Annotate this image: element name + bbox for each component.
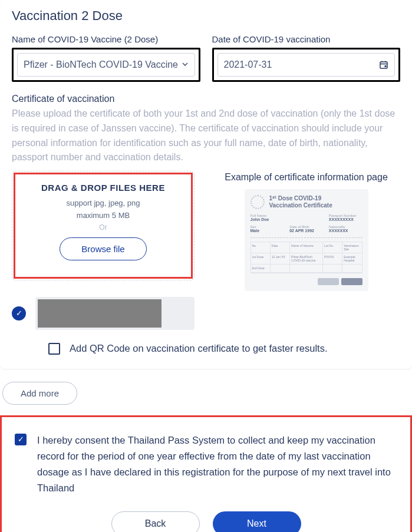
example-info-grid: Full NameJohn Doe Passport NumberXXXXXXX… <box>251 214 362 233</box>
qr-label: Add QR Code on vaccination certificate t… <box>70 343 327 354</box>
back-button[interactable]: Back <box>111 511 200 532</box>
vaccine-date-value: 2021-07-31 <box>224 60 272 70</box>
chevron-down-icon <box>182 60 189 70</box>
seal-icon <box>251 195 265 209</box>
example-button-placeholder <box>318 278 339 285</box>
qr-option-row: Add QR Code on vaccination certificate t… <box>48 343 400 355</box>
vaccine-name-select[interactable]: Pfizer - BioNTech COVID-19 Vaccine <box>17 53 195 77</box>
example-heading-line1: 1ˢᵗ Dose COVID-19 <box>269 195 322 201</box>
vaccine-name-label: Name of COVID-19 Vaccine (2 Dose) <box>12 34 200 44</box>
consent-text: I hereby consent the Thailand Pass Syste… <box>37 432 397 497</box>
upload-formats: support jpg, jpeg, png <box>24 199 183 207</box>
vaccination-dose-card: Vaccination 2 Dose Name of COVID-19 Vacc… <box>0 0 412 369</box>
vaccine-date-input[interactable]: 2021-07-31 <box>217 53 395 77</box>
vaccine-date-highlight: 2021-07-31 <box>212 48 401 82</box>
upload-row: DRAG & DROP FILES HERE support jpg, jpeg… <box>12 171 400 290</box>
certificate-section: Certificate of vaccination Please upload… <box>12 94 400 355</box>
example-certificate-card: 1ˢᵗ Dose COVID-19 Vaccination Certificat… <box>245 189 368 291</box>
vaccine-date-field: Date of COVID-19 vaccination 2021-07-31 <box>212 34 401 82</box>
next-button[interactable]: Next <box>213 511 301 532</box>
qr-checkbox[interactable] <box>48 343 60 355</box>
example-button-placeholder <box>341 278 362 285</box>
example-title: Example of certificate information page <box>212 171 400 184</box>
certificate-desc: Please upload the certificate of both yo… <box>12 107 400 165</box>
certificate-label: Certificate of vaccination <box>12 94 400 104</box>
example-table: No. Date Name of Vaccine Lot No. Vaccina… <box>251 242 362 273</box>
browse-file-button[interactable]: Browse file <box>60 237 146 260</box>
vaccine-name-highlight: Pfizer - BioNTech COVID-19 Vaccine <box>12 48 200 82</box>
consent-row: ✓ I hereby consent the Thailand Pass Sys… <box>15 432 397 497</box>
upload-title: DRAG & DROP FILES HERE <box>24 183 183 193</box>
upload-or: Or <box>24 223 183 232</box>
calendar-icon <box>379 60 388 70</box>
vaccine-name-value: Pfizer - BioNTech COVID-19 Vaccine <box>24 60 178 70</box>
section-title: Vaccination 2 Dose <box>12 8 400 24</box>
consent-checkbox[interactable]: ✓ <box>15 434 27 445</box>
example-heading: 1ˢᵗ Dose COVID-19 Vaccination Certificat… <box>269 195 332 209</box>
nav-buttons-row: Back Next <box>15 511 397 532</box>
example-heading-line2: Vaccination Certificate <box>269 202 332 209</box>
uploaded-thumbnail <box>38 299 161 328</box>
svg-rect-4 <box>385 65 387 67</box>
uploaded-file-row: ✓ <box>12 297 400 330</box>
add-more-button[interactable]: Add more <box>2 382 77 405</box>
uploaded-file-chip[interactable] <box>35 297 195 330</box>
check-circle-icon: ✓ <box>12 306 26 320</box>
vaccine-date-label: Date of COVID-19 vaccination <box>212 34 401 44</box>
upload-dropzone[interactable]: DRAG & DROP FILES HERE support jpg, jpeg… <box>14 173 193 279</box>
upload-max: maximum 5 MB <box>24 211 183 220</box>
vaccine-fields-row: Name of COVID-19 Vaccine (2 Dose) Pfizer… <box>12 34 400 82</box>
example-column: Example of certificate information page … <box>212 171 400 290</box>
upload-dashed-box: DRAG & DROP FILES HERE support jpg, jpeg… <box>12 171 195 280</box>
vaccine-name-field: Name of COVID-19 Vaccine (2 Dose) Pfizer… <box>12 34 200 82</box>
svg-rect-0 <box>380 62 387 68</box>
consent-highlight-box: ✓ I hereby consent the Thailand Pass Sys… <box>0 415 412 532</box>
